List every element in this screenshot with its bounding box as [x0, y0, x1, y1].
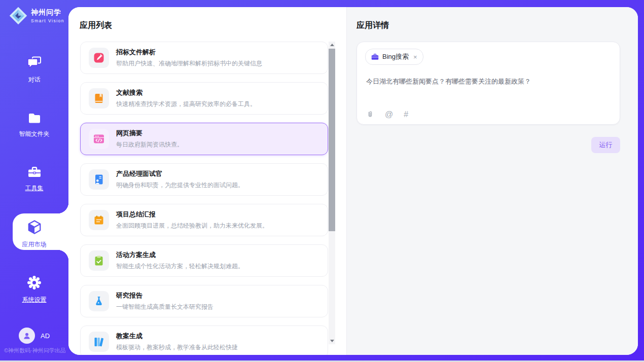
app-detail-pane: 应用详情 Bing搜索 × 今日湖北有哪些新闻要点？有哪些需要关注的最新政策？	[346, 7, 638, 355]
app-card-title: 活动方案生成	[116, 250, 244, 260]
interview-icon	[93, 173, 105, 186]
app-card-bid-analysis[interactable]: 招标文件解析 帮助用户快速、准确地理解和解析招标书中的关键信息	[80, 42, 328, 74]
avatar	[19, 328, 35, 344]
app-card-title: 文献搜索	[116, 88, 256, 97]
note-icon	[93, 214, 105, 226]
app-icon-tile	[89, 210, 109, 230]
input-toolbar: @ #	[366, 110, 408, 119]
tag-close-icon[interactable]: ×	[413, 54, 417, 60]
mention-icon[interactable]: @	[385, 111, 393, 119]
brand-name: 神州问学	[31, 8, 64, 17]
user-initials: AD	[41, 332, 50, 340]
app-card-project-summary[interactable]: 项目总结汇报 全面回顾项目进展，总结经验教训，助力未来优化发展。	[80, 204, 328, 236]
sidebar-item-label: 应用市场	[0, 240, 68, 249]
tool-tag-label: Bing搜索	[382, 52, 409, 61]
app-card-title: 网页摘要	[116, 129, 183, 138]
app-icon-tile	[89, 88, 109, 108]
app-card-title: 教案生成	[116, 332, 238, 341]
run-button[interactable]: 运行	[591, 137, 620, 153]
pen-square-icon	[93, 52, 105, 64]
sidebar-item-label: 工具集	[0, 184, 68, 193]
clipboard-icon	[93, 255, 105, 267]
app-list-scrollbar[interactable]	[329, 42, 335, 344]
app-card-event-plan[interactable]: 活动方案生成 智能生成个性化活动方案，轻松解决规划难题。	[80, 244, 328, 277]
question-input-card[interactable]: Bing搜索 × 今日湖北有哪些新闻要点？有哪些需要关注的最新政策？ @ #	[356, 42, 620, 125]
sidebar-item-settings[interactable]: 系统设置	[0, 275, 68, 304]
books-icon	[93, 336, 105, 348]
folder-icon	[27, 112, 42, 124]
gear-icon	[27, 275, 42, 290]
app-card-title: 产品经理面试官	[116, 169, 244, 178]
app-card-literature-search[interactable]: 文献搜索 快速精准查找学术资源，提高研究效率的必备工具。	[80, 82, 328, 115]
app-detail-title: 应用详情	[356, 20, 389, 31]
app-card-description: 帮助用户快速、准确地理解和解析招标书中的关键信息	[116, 59, 262, 68]
browser-icon	[93, 133, 105, 145]
copyright-footer: ©神州数码·神州问学出品	[4, 347, 66, 354]
app-card-description: 一键智能生成高质量长文本研究报告	[116, 303, 213, 311]
content-panel: 应用列表 招标文件解析 帮助用户快速、准确地理解和解析招标书中的关键信息	[68, 7, 638, 355]
book-icon	[93, 92, 105, 104]
app-list-pane: 应用列表 招标文件解析 帮助用户快速、准确地理解和解析招标书中的关键信息	[68, 7, 346, 355]
app-icon-tile	[89, 250, 109, 271]
app-card-description: 全面回顾项目进展，总结经验教训，助力未来优化发展。	[116, 222, 268, 230]
app-icon-tile	[89, 291, 109, 311]
cube-icon	[27, 220, 42, 235]
topic-icon[interactable]: #	[404, 111, 408, 119]
app-card-description: 明确身份和职责，为您提供专业性的面试问题。	[116, 181, 244, 190]
app-card-description: 每日政府新闻资讯快查。	[116, 140, 183, 149]
sidebar-item-toolbox[interactable]: 工具集	[0, 166, 68, 193]
sidebar-item-app-market[interactable]: 应用市场	[0, 220, 68, 249]
app-icon-tile	[89, 129, 109, 149]
app-list-title: 应用列表	[80, 20, 112, 31]
question-text[interactable]: 今日湖北有哪些新闻要点？有哪些需要关注的最新政策？	[366, 77, 610, 86]
scroll-down-arrow[interactable]	[329, 338, 335, 344]
app-card-description: 快速精准查找学术资源，提高研究效率的必备工具。	[116, 100, 256, 108]
app-icon-tile	[89, 332, 109, 352]
app-card-list: 招标文件解析 帮助用户快速、准确地理解和解析招标书中的关键信息 文献搜索	[80, 42, 328, 355]
sidebar-item-label: 系统设置	[0, 296, 68, 304]
sidebar-item-label: 对话	[0, 76, 68, 84]
sidebar-item-smart-folder[interactable]: 智能文件夹	[0, 112, 68, 138]
app-icon-tile	[89, 169, 109, 190]
user-account[interactable]: AD	[19, 328, 50, 344]
scrollbar-thumb[interactable]	[329, 49, 335, 231]
app-card-lesson-plan[interactable]: 教案生成 模板驱动，教案秒成，教学准备从此轻松快捷	[80, 325, 328, 355]
app-icon-tile	[89, 48, 109, 68]
attachment-icon[interactable]	[366, 110, 374, 119]
app-card-research-report[interactable]: 研究报告 一键智能生成高质量长文本研究报告	[80, 285, 328, 317]
app-card-web-summary[interactable]: 网页摘要 每日政府新闻资讯快查。	[80, 123, 328, 155]
app-card-description: 智能生成个性化活动方案，轻松解决规划难题。	[116, 262, 244, 271]
briefcase-icon	[371, 53, 379, 60]
tool-tag-bing-search[interactable]: Bing搜索 ×	[365, 49, 423, 65]
app-card-title: 研究报告	[116, 291, 213, 300]
chat-icon	[27, 56, 42, 70]
app-card-title: 项目总结汇报	[116, 210, 268, 219]
sidebar: 神州问学 Smart Vision 对话 智能文件夹	[0, 0, 68, 362]
person-icon	[22, 331, 31, 340]
research-icon	[93, 295, 105, 307]
scroll-up-arrow[interactable]	[329, 42, 335, 48]
app-card-pm-interviewer[interactable]: 产品经理面试官 明确身份和职责，为您提供专业性的面试问题。	[80, 163, 328, 196]
toolbox-icon	[27, 166, 42, 178]
brand-subtitle: Smart Vision	[31, 18, 64, 23]
app-window: 神州问学 Smart Vision 对话 智能文件夹	[0, 0, 644, 362]
brand-logo: 神州问学 Smart Vision	[9, 7, 64, 25]
sidebar-item-label: 智能文件夹	[0, 130, 68, 138]
sidebar-item-chat[interactable]: 对话	[0, 56, 68, 84]
app-card-title: 招标文件解析	[116, 48, 262, 57]
app-card-description: 模板驱动，教案秒成，教学准备从此轻松快捷	[116, 343, 238, 352]
brand-diamond-icon	[9, 7, 27, 25]
